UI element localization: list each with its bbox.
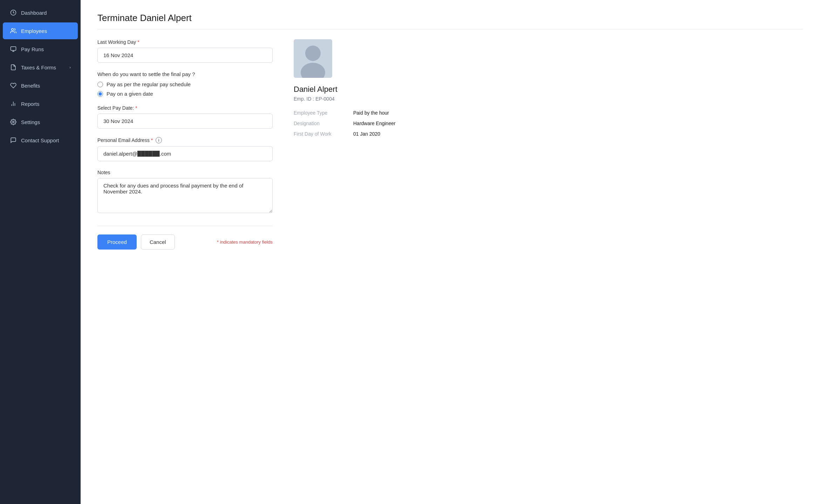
select-pay-date-group: Select Pay Date: *: [97, 105, 273, 129]
pay-runs-icon: [10, 46, 17, 53]
notes-textarea[interactable]: Check for any dues and process final pay…: [97, 178, 273, 213]
sidebar-item-pay-runs[interactable]: Pay Runs: [3, 41, 78, 57]
reports-icon: [10, 100, 17, 107]
detail-designation: Designation Hardware Engineer: [294, 121, 406, 126]
sidebar-item-label: Taxes & Forms: [21, 64, 65, 70]
sidebar-item-employees[interactable]: Employees: [3, 22, 78, 39]
settle-question: When do you want to settle the final pay…: [97, 71, 273, 77]
content-layout: Last Working Day * When do you want to s…: [97, 39, 803, 250]
detail-employee-type: Employee Type Paid by the hour: [294, 110, 406, 116]
info-icon[interactable]: i: [156, 137, 162, 143]
benefits-icon: [10, 82, 17, 89]
radio-given-date-input[interactable]: [97, 91, 103, 97]
cancel-button[interactable]: Cancel: [141, 234, 175, 250]
detail-label-first-day: First Day of Work: [294, 131, 346, 137]
detail-label-designation: Designation: [294, 121, 346, 126]
notes-group: Notes Check for any dues and process fin…: [97, 170, 273, 214]
required-asterisk-2: *: [135, 105, 137, 111]
profile-section: Daniel Alpert Emp. ID : EP-0004 Employee…: [294, 39, 406, 250]
sidebar-item-label: Pay Runs: [21, 46, 71, 52]
settle-pay-group: When do you want to settle the final pay…: [97, 71, 273, 97]
profile-details: Employee Type Paid by the hour Designati…: [294, 110, 406, 137]
required-asterisk-3: *: [151, 137, 153, 143]
email-group: Personal Email Address * i: [97, 137, 273, 161]
select-pay-date-label: Select Pay Date: *: [97, 105, 273, 111]
sidebar-item-label: Benefits: [21, 83, 71, 89]
employees-icon: [10, 27, 17, 34]
email-input[interactable]: [97, 146, 273, 161]
footer-buttons: Proceed Cancel: [97, 234, 175, 250]
dashboard-icon: [10, 9, 17, 16]
last-working-day-group: Last Working Day *: [97, 39, 273, 63]
profile-name: Daniel Alpert: [294, 85, 406, 94]
mandatory-note: * indicates mandatory fields: [217, 239, 273, 245]
main-content: Terminate Daniel Alpert Last Working Day…: [81, 0, 820, 504]
svg-point-10: [305, 46, 321, 61]
proceed-button[interactable]: Proceed: [97, 234, 137, 250]
page-title: Terminate Daniel Alpert: [97, 13, 803, 29]
form-section: Last Working Day * When do you want to s…: [97, 39, 273, 250]
detail-label-employee-type: Employee Type: [294, 110, 346, 116]
sidebar-item-reports[interactable]: Reports: [3, 95, 78, 112]
sidebar-item-label: Contact Support: [21, 137, 71, 143]
sidebar-item-label: Employees: [21, 28, 71, 34]
radio-regular-schedule[interactable]: Pay as per the regular pay schedule: [97, 81, 273, 87]
detail-value-employee-type: Paid by the hour: [353, 110, 389, 116]
taxes-icon: [10, 64, 17, 71]
detail-first-day: First Day of Work 01 Jan 2020: [294, 131, 406, 137]
avatar: [294, 39, 332, 78]
sidebar-item-contact-support[interactable]: Contact Support: [3, 132, 78, 149]
sidebar-item-settings[interactable]: Settings: [3, 114, 78, 130]
radio-group: Pay as per the regular pay schedule Pay …: [97, 81, 273, 97]
notes-label: Notes: [97, 170, 273, 175]
radio-given-date-label: Pay on a given date: [107, 91, 153, 97]
sidebar: Dashboard Employees Pay Runs Taxes & For…: [0, 0, 81, 504]
svg-point-8: [13, 121, 14, 123]
profile-emp-id: Emp. ID : EP-0004: [294, 96, 406, 102]
last-working-day-input[interactable]: [97, 48, 273, 63]
svg-rect-2: [11, 47, 16, 50]
sidebar-item-dashboard[interactable]: Dashboard: [3, 4, 78, 21]
sidebar-item-label: Reports: [21, 101, 71, 107]
radio-regular-label: Pay as per the regular pay schedule: [107, 81, 191, 87]
sidebar-item-taxes-forms[interactable]: Taxes & Forms ›: [3, 59, 78, 76]
radio-given-date[interactable]: Pay on a given date: [97, 91, 273, 97]
detail-value-first-day: 01 Jan 2020: [353, 131, 380, 137]
support-icon: [10, 137, 17, 144]
select-pay-date-input[interactable]: [97, 114, 273, 129]
email-label: Personal Email Address * i: [97, 137, 273, 143]
chevron-right-icon: ›: [69, 65, 71, 69]
svg-point-1: [12, 28, 14, 30]
radio-regular-input[interactable]: [97, 82, 103, 87]
sidebar-item-label: Dashboard: [21, 10, 71, 16]
sidebar-item-benefits[interactable]: Benefits: [3, 77, 78, 94]
detail-value-designation: Hardware Engineer: [353, 121, 396, 126]
settings-icon: [10, 118, 17, 125]
required-asterisk: *: [137, 39, 139, 45]
sidebar-item-label: Settings: [21, 119, 71, 125]
last-working-day-label: Last Working Day *: [97, 39, 273, 45]
form-footer: Proceed Cancel * indicates mandatory fie…: [97, 226, 273, 250]
